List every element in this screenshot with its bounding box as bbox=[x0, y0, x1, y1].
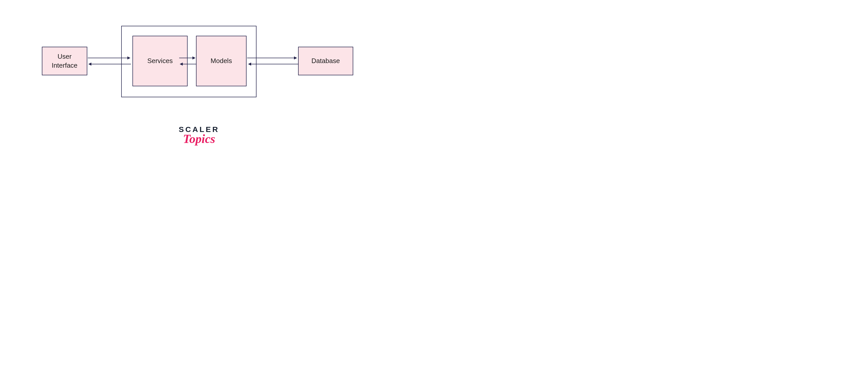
arrow-database-to-models bbox=[251, 64, 298, 64]
logo-topics-text: Topics bbox=[174, 132, 225, 146]
architecture-diagram: User Interface Services Models Database … bbox=[0, 0, 398, 172]
database-label: Database bbox=[311, 56, 340, 65]
arrow-services-to-ui bbox=[91, 64, 131, 64]
user-interface-box: User Interface bbox=[42, 47, 87, 75]
arrow-ui-to-services bbox=[88, 58, 127, 58]
models-label: Models bbox=[211, 56, 232, 65]
arrow-head-icon bbox=[248, 63, 251, 66]
arrow-head-icon bbox=[180, 63, 183, 66]
arrow-head-icon bbox=[294, 56, 297, 60]
services-label: Services bbox=[147, 56, 173, 65]
arrow-services-to-models bbox=[179, 58, 192, 58]
models-box: Models bbox=[196, 36, 247, 86]
scaler-topics-logo: SCALER Topics bbox=[174, 125, 225, 146]
arrow-head-icon bbox=[192, 56, 195, 60]
database-box: Database bbox=[298, 47, 353, 75]
services-box: Services bbox=[132, 36, 188, 86]
arrow-models-to-services bbox=[183, 64, 196, 64]
user-interface-label: User Interface bbox=[52, 52, 77, 70]
arrow-head-icon bbox=[127, 56, 130, 60]
arrow-models-to-database bbox=[247, 58, 294, 58]
arrow-head-icon bbox=[88, 63, 91, 66]
